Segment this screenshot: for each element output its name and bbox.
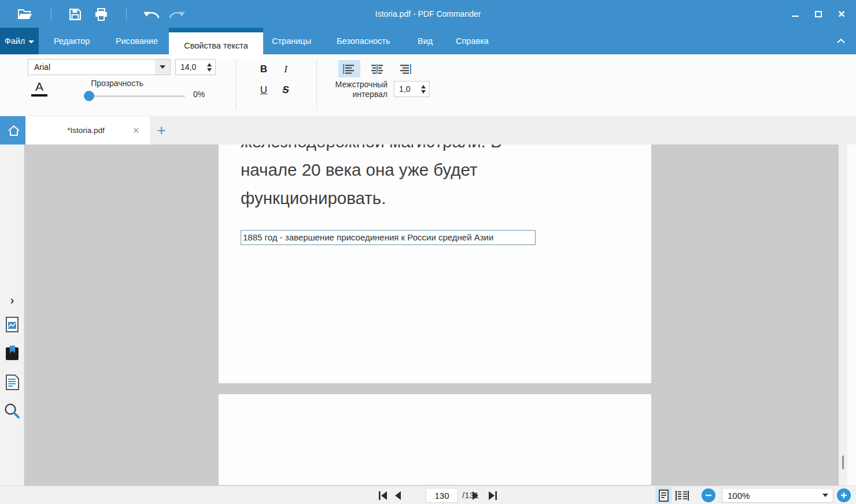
app-window: Istoria.pdf - PDF Commander ✕ Файл Редак… — [0, 0, 856, 504]
first-page-icon — [378, 491, 388, 501]
arrow-up-icon[interactable] — [421, 85, 426, 88]
last-page-icon — [488, 491, 497, 501]
pdf-page-131 — [219, 394, 651, 485]
single-page-view-button[interactable] — [655, 487, 671, 503]
arrow-down-icon[interactable] — [421, 90, 426, 94]
main-area: › — [0, 144, 856, 486]
facing-pages-view-icon — [675, 490, 689, 502]
vertical-scrollbar[interactable] — [839, 144, 847, 486]
text-properties-toolbar: Arial 14,0 A Прозрачность 0% B I U S — [0, 54, 856, 116]
align-left-button[interactable] — [338, 60, 360, 77]
opacity-slider[interactable] — [84, 90, 185, 102]
home-icon — [7, 124, 21, 137]
chevron-down-icon — [28, 40, 34, 43]
menu-security[interactable]: Безопасность — [337, 28, 390, 54]
page-number-input[interactable] — [426, 488, 458, 503]
home-button[interactable] — [0, 116, 27, 144]
thumbnails-icon — [5, 317, 19, 332]
bookmarks-button[interactable] — [0, 343, 24, 363]
toolbar-separator — [316, 59, 317, 110]
left-sidebar: › — [0, 144, 24, 486]
chevron-down-icon — [155, 60, 170, 75]
menu-text-properties[interactable]: Свойства текста — [169, 28, 263, 59]
align-right-icon — [398, 64, 412, 74]
align-center-button[interactable] — [366, 60, 388, 77]
window-title: Istoria.pdf - PDF Commander — [0, 0, 856, 28]
menu-view[interactable]: Вид — [418, 28, 433, 54]
slider-track — [84, 95, 185, 97]
title-bar: Istoria.pdf - PDF Commander ✕ — [0, 0, 856, 28]
menu-drawing[interactable]: Рисование — [116, 28, 158, 54]
tab-close-icon[interactable]: ✕ — [132, 125, 150, 136]
single-page-view-icon — [659, 490, 669, 502]
menu-file-label: Файл — [5, 36, 25, 46]
window-controls: ✕ — [788, 0, 849, 28]
line-spacing-label: Межстрочный интервал — [326, 80, 388, 99]
scrollbar-thumb[interactable] — [842, 455, 844, 469]
minimize-button[interactable] — [788, 6, 803, 21]
selected-text-box[interactable]: 1885 год - завершение присоединения к Ро… — [241, 230, 536, 245]
italic-button[interactable]: I — [276, 60, 295, 79]
zoom-in-button[interactable] — [837, 488, 851, 502]
font-color-label: A — [30, 80, 49, 94]
align-left-icon — [342, 64, 356, 74]
heading-line: железнодорожной магистрали. В — [241, 144, 588, 155]
pdf-page-130: железнодорожной магистрали. В начале 20 … — [219, 144, 651, 383]
expand-panel-button[interactable]: › — [0, 290, 24, 310]
font-size-value: 14,0 — [176, 62, 204, 72]
minus-icon — [705, 492, 712, 499]
spinner-arrows[interactable] — [418, 85, 429, 94]
chevron-down-icon — [818, 494, 833, 497]
annotations-button[interactable] — [0, 372, 24, 392]
search-icon — [4, 403, 20, 419]
line-spacing-spinner[interactable]: 1,0 — [394, 81, 430, 97]
collapse-ribbon-icon[interactable] — [836, 28, 846, 54]
page-thumbnails-button[interactable] — [0, 314, 24, 334]
arrow-up-icon[interactable] — [207, 63, 212, 66]
new-tab-button[interactable]: + — [154, 121, 169, 139]
font-color-button[interactable]: A — [30, 80, 49, 98]
menu-file[interactable]: Файл — [0, 28, 39, 54]
first-page-button[interactable] — [376, 488, 390, 502]
menu-pages[interactable]: Страницы — [272, 28, 311, 54]
zoom-level-select[interactable]: 100% — [722, 488, 833, 503]
toolbar-separator — [236, 59, 237, 110]
tab-label: *Istoria.pdf — [25, 126, 132, 135]
font-color-swatch — [31, 94, 47, 97]
status-bar: /131 — [0, 486, 856, 504]
next-page-button[interactable] — [468, 488, 482, 502]
heading-line: функционировать. — [241, 184, 588, 212]
tab-istoria-pdf[interactable]: *Istoria.pdf ✕ — [25, 116, 150, 144]
menu-bar: Файл Редактор Рисование Свойства текста … — [0, 28, 856, 54]
document-tab-bar: *Istoria.pdf ✕ + — [0, 116, 856, 144]
search-button[interactable] — [0, 401, 24, 421]
menu-editor[interactable]: Редактор — [54, 28, 90, 54]
bold-button[interactable]: B — [254, 60, 273, 79]
plus-icon — [840, 492, 847, 499]
zoom-out-button[interactable] — [702, 488, 715, 502]
last-page-button[interactable] — [485, 488, 499, 502]
font-family-value: Arial — [28, 62, 155, 72]
facing-pages-view-button[interactable] — [674, 487, 690, 503]
heading-line: начале 20 века она уже будет — [241, 155, 588, 184]
spinner-arrows[interactable] — [204, 63, 215, 72]
zoom-level-value: 100% — [722, 491, 818, 501]
previous-page-icon — [394, 491, 402, 501]
previous-page-button[interactable] — [391, 488, 405, 502]
underline-button[interactable]: U — [254, 81, 273, 99]
document-viewport[interactable]: железнодорожной магистрали. В начале 20 … — [24, 144, 847, 486]
slider-handle[interactable] — [84, 91, 94, 101]
menu-help[interactable]: Справка — [456, 28, 489, 54]
close-button[interactable]: ✕ — [834, 6, 849, 21]
next-page-icon — [471, 491, 479, 501]
arrow-down-icon[interactable] — [207, 68, 212, 72]
bookmark-icon — [5, 346, 20, 361]
opacity-value: 0% — [193, 90, 205, 99]
align-center-icon — [370, 64, 384, 74]
align-right-button[interactable] — [394, 60, 416, 77]
notes-page-icon — [5, 375, 20, 390]
font-family-select[interactable]: Arial — [28, 59, 171, 75]
font-size-spinner[interactable]: 14,0 — [175, 59, 216, 75]
strikethrough-button[interactable]: S — [276, 81, 295, 99]
maximize-button[interactable] — [811, 6, 826, 21]
